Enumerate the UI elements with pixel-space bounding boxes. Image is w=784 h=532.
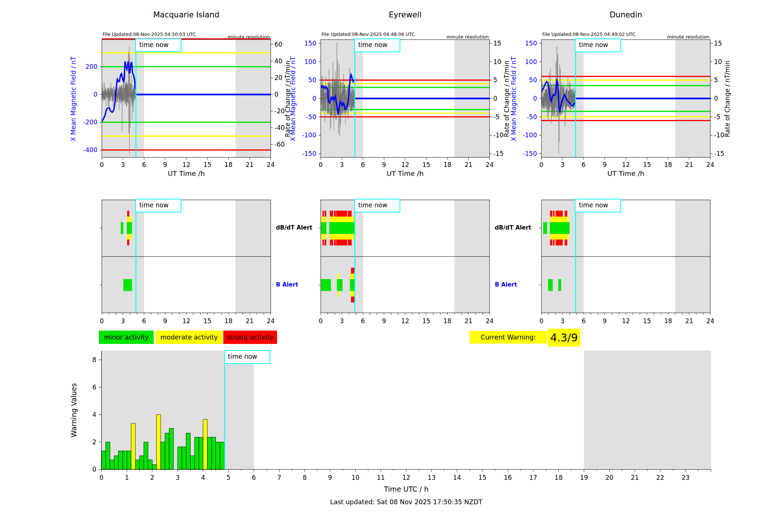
dbdt-alert-label: dB/dT Alert [495, 224, 531, 231]
alert-yellow-segment [550, 234, 568, 240]
x-tick-label: 15 [200, 317, 215, 325]
y-tick-label: -100 [292, 131, 316, 139]
y-tick-label-right: -40 [274, 124, 297, 131]
x-tick-label: 24 [482, 161, 497, 168]
x-tick-label: 9 [597, 161, 612, 168]
y-tick-label: 4 [78, 411, 96, 418]
legend-minor-activity: minor activity [99, 331, 154, 344]
y-tick-label: -150 [513, 150, 537, 157]
alert-panel-0 [102, 200, 271, 313]
x-tick-label: 21 [242, 317, 257, 325]
y-tick-label: -400 [73, 146, 97, 154]
x-tick-label: 9 [377, 161, 391, 168]
y-tick-label-right: 15 [493, 40, 516, 47]
y-tick-label: 6 [78, 384, 96, 391]
y-tick-label-right: -15 [714, 150, 736, 157]
alert-red-segment [334, 211, 336, 217]
alert-yellow-segment [321, 217, 326, 222]
warning-value-bar [178, 447, 182, 469]
y-tick-label: 0 [73, 91, 97, 98]
alert-red-segment [553, 240, 554, 245]
alert-green-segment [321, 279, 331, 291]
x-tick-label: 21 [242, 161, 257, 168]
y-tick-label: 200 [73, 63, 97, 70]
legend-strong-activity: strong activity [223, 331, 277, 344]
x-axis-label: UT Time /h [541, 170, 710, 177]
y-tick-label-right: -10 [493, 131, 516, 139]
x-tick-label: 24 [703, 317, 718, 325]
alert-red-segment [324, 240, 326, 245]
resolution-note: minute resolution [635, 34, 710, 40]
alert-red-segment [324, 211, 326, 217]
x-tick-label: 0 [313, 317, 328, 325]
alert-red-segment [127, 211, 129, 217]
x-tick-label: 18 [551, 474, 566, 481]
warning-value-bar [216, 442, 220, 469]
warning-value-bar [190, 456, 194, 469]
alert-red-segment [323, 211, 324, 217]
alert-red-segment [565, 240, 567, 245]
time-now-box: time now [575, 199, 621, 213]
x-tick-label: 9 [597, 317, 612, 325]
x-tick-label: 19 [577, 474, 591, 481]
x-tick-label: 0 [534, 317, 549, 325]
x-axis-label: UT Time /h [102, 170, 271, 177]
warning-value-bar [186, 433, 190, 469]
x-tick-label: 6 [356, 317, 370, 325]
x-tick-label: 12 [398, 317, 413, 325]
alert-red-segment [553, 211, 554, 217]
x-tick-label: 1 [120, 474, 134, 481]
warning-value-bar [157, 415, 161, 469]
x-tick-label: 0 [94, 161, 109, 168]
bottom-x-axis-label: Time UTC / h [101, 485, 711, 493]
warning-value-bar [127, 451, 131, 469]
alert-yellow-segment [127, 234, 131, 240]
y-tick-label-right: 5 [714, 76, 736, 84]
time-now-box: time now [135, 199, 181, 213]
alert-green-segment [123, 279, 132, 291]
warning-value-bar [106, 442, 110, 469]
alert-green-segment [543, 222, 547, 234]
warning-value-bar [169, 428, 173, 469]
alert-red-segment [565, 211, 567, 217]
y-tick-label-right: 10 [493, 58, 516, 66]
x-tick-label: 6 [137, 161, 151, 168]
x-tick-label: 15 [475, 474, 490, 481]
x-tick-label: 6 [576, 161, 591, 168]
alert-green-segment [337, 279, 343, 291]
y-tick-label-right: 15 [714, 40, 736, 47]
alert-red-segment [556, 240, 563, 245]
x-tick-label: 3 [555, 317, 570, 325]
x-tick-label: 20 [602, 474, 617, 481]
x-tick-label: 3 [170, 474, 185, 481]
alert-yellow-segment [353, 234, 354, 240]
x-axis-label: UT Time /h [321, 170, 490, 177]
file-updated-eyrewell: File Updated:08-Nov-2025 04:48:06 UTC [321, 31, 415, 37]
warning-value-bar [194, 437, 198, 469]
x-tick-label: 17 [526, 474, 541, 481]
x-tick-label: 5 [221, 474, 236, 481]
x-tick-label: 10 [348, 474, 363, 481]
x-tick-label: 6 [137, 317, 151, 325]
x-tick-label: 18 [440, 317, 455, 325]
x-tick-label: 12 [179, 161, 194, 168]
y-tick-label-right: -60 [274, 141, 297, 148]
x-tick-label: 12 [618, 161, 633, 168]
warning-value-bar [131, 424, 135, 469]
x-tick-label: 7 [272, 474, 287, 481]
warning-value-bar [152, 465, 156, 469]
alert-green-segment [321, 222, 326, 234]
warning-value-bar [182, 447, 186, 469]
y-tick-label: 100 [292, 58, 316, 66]
last-updated-text: Last updated: Sat 08 Nov 2025 17:50:35 N… [101, 498, 711, 506]
x-tick-label: 11 [373, 474, 388, 481]
magnetic-field-plot-0 [102, 40, 271, 157]
y-tick-label: 8 [78, 356, 96, 364]
warning-value-bar [199, 437, 203, 469]
x-tick-label: 0 [534, 161, 549, 168]
legend-moderate-activity: moderate activity [156, 331, 223, 344]
y-tick-label-right: 10 [714, 58, 736, 66]
x-tick-label: 14 [450, 474, 464, 481]
y-tick-label: -200 [73, 118, 97, 126]
y-tick-label: 150 [513, 40, 537, 47]
